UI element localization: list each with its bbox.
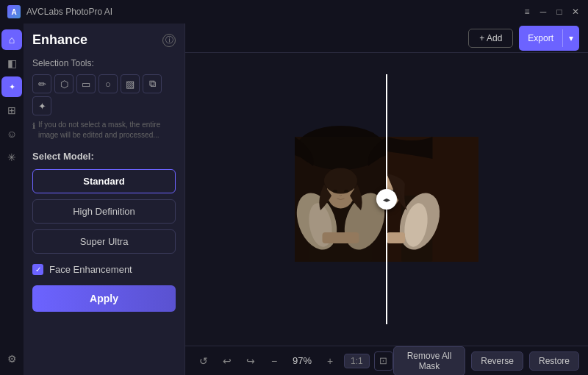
split-handle[interactable]: ◂▸ [376, 189, 397, 210]
main-layout: ⌂ ◧ ✦ ⊞ ☺ ✳ ⚙ Enhance ⓘ Selection Tools:… [0, 24, 588, 375]
svg-rect-20 [387, 137, 478, 262]
split-image: ◂▸ [295, 74, 478, 324]
zoom-in-btn[interactable]: + [320, 351, 340, 371]
undo-btn[interactable]: ↩ [218, 351, 237, 371]
portrait-left-svg [295, 74, 387, 324]
bottom-toolbar: ↺ ↩ ↪ − 97% + 1:1 ⊡ Remove All Mask Reve… [185, 346, 588, 375]
icon-sidebar: ⌂ ◧ ✦ ⊞ ☺ ✳ ⚙ [0, 24, 24, 375]
left-panel: Enhance ⓘ Selection Tools: ✏ ⬡ ▭ ○ ▨ ⧉ ✦… [24, 24, 185, 375]
panel-header: Enhance ⓘ [32, 32, 176, 48]
canvas-area: + Add Export ▾ [185, 24, 588, 375]
titlebar: A AVCLabs PhotoPro AI ≡ ─ □ ✕ [0, 0, 588, 24]
lasso-tool[interactable]: ⬡ [54, 74, 74, 93]
svg-rect-11 [295, 137, 387, 262]
reverse-btn[interactable]: Reverse [471, 351, 523, 371]
titlebar-left: A AVCLabs PhotoPro AI [7, 5, 112, 18]
close-btn[interactable]: ✕ [570, 7, 581, 17]
export-button[interactable]: Export ▾ [519, 26, 579, 51]
sidebar-item-enhance[interactable]: ✦ [1, 76, 22, 97]
sidebar-item-settings[interactable]: ⚙ [1, 349, 22, 369]
pen-tool[interactable]: ✏ [32, 74, 51, 93]
image-right-panel [387, 74, 478, 324]
redo-btn[interactable]: ↪ [241, 351, 260, 371]
sidebar-item-effects[interactable]: ✳ [1, 147, 22, 168]
menu-btn[interactable]: ≡ [522, 7, 532, 17]
remove-mask-btn[interactable]: Remove All Mask [393, 346, 466, 376]
circle-tool[interactable]: ○ [98, 74, 118, 93]
selection-tools-label: Selection Tools: [32, 58, 176, 68]
sidebar-item-face[interactable]: ☺ [1, 124, 22, 144]
portrait-right-svg [387, 74, 478, 324]
model-high-definition-btn[interactable]: High Definition [32, 199, 176, 224]
app-name: AVCLabs PhotoPro AI [26, 7, 112, 17]
apply-button[interactable]: Apply [32, 285, 176, 312]
face-enhancement-checkbox[interactable]: ✓ [32, 264, 43, 275]
face-enhancement-label: Face Enhancement [49, 264, 132, 275]
maximize-btn[interactable]: □ [554, 7, 564, 17]
export-label: Export [519, 29, 562, 47]
top-toolbar: + Add Export ▾ [185, 24, 588, 53]
app-icon: A [7, 5, 21, 18]
cut-tool[interactable]: ⧉ [143, 74, 162, 93]
sidebar-item-layers[interactable]: ◧ [1, 53, 22, 74]
info-icon-btn[interactable]: ⓘ [162, 34, 176, 47]
wand-tool[interactable]: ✦ [32, 96, 51, 115]
panel-title: Enhance [32, 32, 87, 48]
image-mask-tool[interactable]: ▨ [121, 74, 140, 93]
face-enhancement-row: ✓ Face Enhancement [32, 264, 176, 275]
zoom-out-btn[interactable]: − [265, 351, 284, 371]
hint-icon: ℹ [32, 121, 35, 132]
restore-btn[interactable]: Restore [529, 351, 579, 371]
rect-tool[interactable]: ▭ [76, 74, 96, 93]
minimize-btn[interactable]: ─ [538, 7, 548, 17]
image-container: ◂▸ [185, 53, 588, 346]
split-arrows-icon: ◂▸ [383, 196, 390, 204]
check-icon: ✓ [35, 265, 41, 274]
model-super-ultra-btn[interactable]: Super Ultra [32, 229, 176, 254]
select-model-label: Select Model: [32, 151, 176, 162]
titlebar-controls[interactable]: ≡ ─ □ ✕ [522, 7, 581, 17]
bottom-left-tools: ↺ ↩ ↪ − 97% + 1:1 ⊡ [194, 351, 393, 371]
sidebar-item-home[interactable]: ⌂ [1, 29, 22, 50]
export-arrow-icon[interactable]: ▾ [562, 29, 579, 47]
zoom-percent: 97% [288, 355, 316, 366]
image-left-panel [295, 74, 387, 324]
sidebar-item-grid[interactable]: ⊞ [1, 100, 22, 121]
rotate-btn[interactable]: ↺ [194, 351, 213, 371]
add-button[interactable]: + Add [468, 29, 513, 48]
hint-text: ℹ If you do not select a mask, the entir… [32, 120, 176, 140]
zoom-ratio[interactable]: 1:1 [344, 354, 370, 368]
model-standard-btn[interactable]: Standard [32, 169, 176, 193]
fit-btn[interactable]: ⊡ [374, 351, 393, 371]
tools-row: ✏ ⬡ ▭ ○ ▨ ⧉ ✦ [32, 74, 176, 115]
bottom-right-actions: Remove All Mask Reverse Restore [393, 346, 579, 376]
